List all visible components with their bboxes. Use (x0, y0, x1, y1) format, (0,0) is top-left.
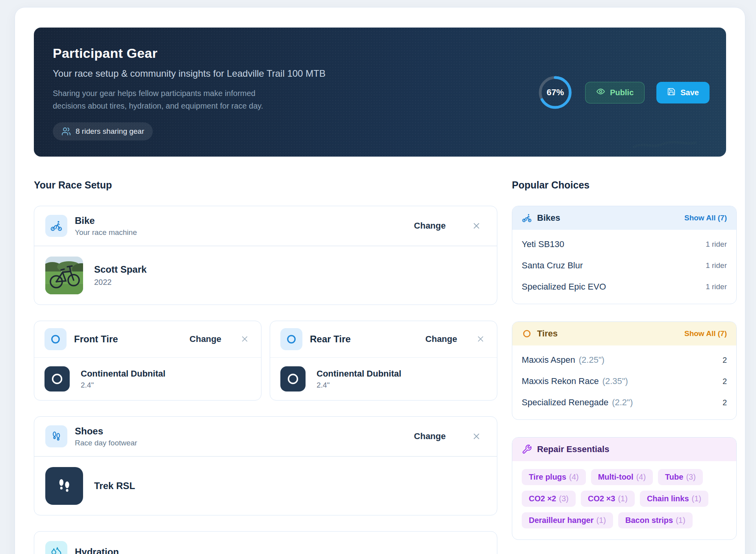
participant-gear-header: Participant Gear Your race setup & commu… (34, 28, 726, 157)
cyclist-icon (45, 215, 67, 237)
popular-choices-heading: Popular Choices (512, 179, 737, 191)
shoes-card: Shoes Race day footwear Change (34, 416, 497, 515)
rear-tire-item-size: 2.4" (317, 381, 401, 390)
bike-change-button[interactable]: Change (414, 221, 446, 231)
bikes-show-all-link[interactable]: Show All (7) (684, 214, 727, 222)
tire-icon (44, 328, 67, 350)
wrench-icon (522, 444, 532, 454)
repair-tag[interactable]: Derailleur hanger (1) (522, 512, 613, 528)
repair-tag[interactable]: Bacon strips (1) (618, 512, 693, 528)
repair-tag[interactable]: CO2 ×3 (1) (581, 491, 635, 507)
public-button-label: Public (610, 88, 634, 97)
bike-card-subtitle: Your race machine (75, 228, 137, 237)
bike-item-year: 2022 (94, 278, 146, 287)
save-button[interactable]: Save (656, 82, 710, 103)
shoes-card-title: Shoes (75, 426, 137, 437)
list-item: Yeti SB130 1 rider (522, 234, 727, 255)
front-tire-item-size: 2.4" (81, 381, 165, 390)
footprints-icon (45, 425, 67, 447)
save-button-label: Save (680, 88, 699, 97)
tire-icon (280, 328, 302, 350)
bike-item-name: Scott Spark (94, 264, 146, 275)
riders-sharing-badge: 8 riders sharing gear (53, 122, 153, 140)
repair-tag[interactable]: Tube (3) (658, 469, 703, 485)
repair-essentials-card: Repair Essentials Tire plugs (4) Multi-t… (512, 437, 737, 540)
riders-sharing-label: 8 riders sharing gear (76, 127, 144, 136)
list-item: Specialized Renegade (2.2") 2 (522, 392, 727, 413)
repair-tag[interactable]: CO2 ×2 (3) (522, 491, 576, 507)
bike-close-icon[interactable] (472, 221, 481, 231)
list-item: Santa Cruz Blur 1 rider (522, 255, 727, 276)
repair-tag[interactable]: Tire plugs (4) (522, 469, 586, 485)
tire-thumb-icon (280, 366, 306, 391)
rear-tire-card: Rear Tire Change (270, 321, 497, 401)
list-item: Specialized Epic EVO 1 rider (522, 276, 727, 297)
tire-icon (522, 329, 532, 339)
rear-tire-item-name: Continental Dubnital (317, 369, 401, 379)
rear-tire-title: Rear Tire (310, 334, 351, 345)
completion-progress-ring: 67% (537, 74, 573, 111)
bike-card-title: Bike (75, 215, 137, 226)
public-visibility-button[interactable]: Public (585, 82, 645, 103)
front-tire-close-icon[interactable] (240, 334, 249, 343)
shoes-item-name: Trek RSL (94, 480, 135, 491)
page-title: Participant Gear (53, 46, 707, 61)
popular-tires-card: Tires Show All (7) Maxxis Aspen (2.25") … (512, 321, 737, 420)
hydration-card-title: Hydration (75, 547, 119, 554)
rear-tire-change-button[interactable]: Change (425, 334, 457, 344)
cyclist-icon (522, 213, 532, 223)
front-tire-item-name: Continental Dubnital (81, 369, 165, 379)
decorative-squiggle (632, 138, 699, 153)
rear-tire-close-icon[interactable] (476, 334, 485, 343)
save-icon (667, 87, 676, 98)
tire-thumb-icon (44, 366, 70, 391)
shoes-change-button[interactable]: Change (414, 431, 446, 441)
front-tire-title: Front Tire (74, 334, 118, 345)
hydration-card: Hydration (34, 531, 497, 554)
bike-card: Bike Your race machine Change (34, 206, 497, 305)
popular-bikes-title: Bikes (537, 213, 560, 223)
shoes-card-subtitle: Race day footwear (75, 439, 137, 447)
shoes-close-icon[interactable] (472, 432, 481, 441)
droplets-icon (45, 541, 67, 554)
bike-photo (45, 257, 83, 294)
eye-icon (596, 87, 605, 98)
popular-bikes-card: Bikes Show All (7) Yeti SB130 1 rider Sa… (512, 206, 737, 304)
main-content-card: Participant Gear Your race setup & commu… (15, 7, 745, 554)
tires-show-all-link[interactable]: Show All (7) (684, 329, 727, 338)
progress-percent-label: 67% (537, 74, 573, 111)
popular-tires-title: Tires (537, 329, 558, 339)
front-tire-change-button[interactable]: Change (189, 334, 221, 344)
list-item: Maxxis Rekon Race (2.35") 2 (522, 371, 727, 392)
shoes-thumb-icon (45, 467, 83, 505)
front-tire-card: Front Tire Change (34, 321, 261, 401)
repair-tag[interactable]: Multi-tool (4) (591, 469, 653, 485)
users-icon (61, 127, 71, 136)
race-setup-heading: Your Race Setup (34, 179, 497, 191)
repair-essentials-title: Repair Essentials (537, 444, 609, 454)
list-item: Maxxis Aspen (2.25") 2 (522, 349, 727, 371)
repair-tag[interactable]: Chain links (1) (640, 491, 708, 507)
